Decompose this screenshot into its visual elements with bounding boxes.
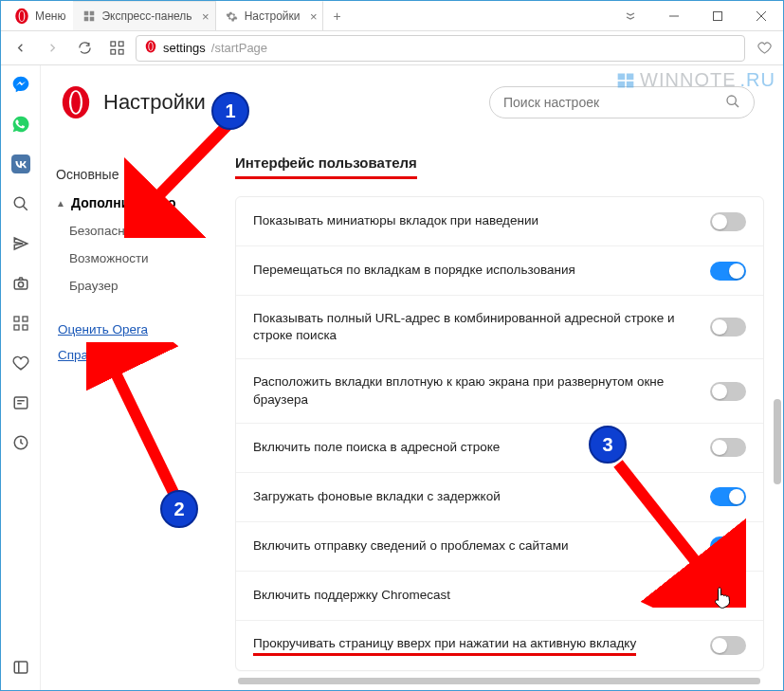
tab-label: Экспресс-панель [101, 9, 191, 23]
sidebar-item-basic[interactable]: Основные [56, 160, 216, 189]
section-title: Интерфейс пользователя [235, 149, 417, 179]
tab-settings[interactable]: Настройки × [216, 1, 324, 30]
toggle[interactable] [710, 636, 746, 655]
camera-icon[interactable] [11, 274, 30, 293]
setting-label: Показывать миниатюры вкладок при наведен… [253, 212, 710, 229]
sidebar-link-rate[interactable]: Оценить Opera [58, 317, 216, 342]
toggle[interactable] [710, 318, 746, 336]
annotation-circle-3: 3 [589, 426, 627, 464]
toggle[interactable] [710, 382, 746, 401]
settings-card: Показывать миниатюры вкладок при наведен… [235, 196, 764, 671]
svg-rect-38 [618, 73, 626, 80]
send-icon[interactable] [11, 234, 30, 253]
tab-express-panel[interactable]: Экспресс-панель × [73, 1, 215, 30]
setting-row: Показывать миниатюры вкладок при наведен… [236, 197, 763, 246]
setting-row: Включить отправку сведений о проблемах с… [236, 522, 763, 572]
svg-point-19 [14, 197, 25, 208]
svg-rect-11 [110, 42, 115, 46]
search-icon[interactable] [11, 194, 30, 213]
gear-icon [226, 9, 239, 23]
setting-row: Показывать полный URL-адрес в комбиниров… [236, 296, 763, 359]
vk-icon[interactable] [11, 155, 30, 173]
sidebar-item-label: Дополнительно [71, 195, 175, 210]
search-icon [725, 94, 740, 112]
setting-label: Включить отправку сведений о проблемах с… [253, 537, 710, 555]
back-button[interactable] [7, 35, 33, 62]
svg-rect-4 [90, 11, 95, 16]
svg-rect-25 [14, 325, 19, 330]
heart-icon[interactable] [11, 354, 30, 373]
cursor-pointer-icon [714, 587, 733, 609]
svg-rect-21 [14, 280, 27, 289]
address-subpath: /startPage [211, 41, 267, 55]
svg-rect-39 [627, 73, 634, 80]
svg-point-2 [20, 10, 25, 21]
settings-search[interactable] [489, 86, 755, 118]
watermark: WINNOTE.RU [615, 69, 775, 91]
bookmark-button[interactable] [751, 35, 777, 62]
toggle[interactable] [710, 536, 746, 555]
whatsapp-icon[interactable] [11, 115, 30, 134]
setting-label: Показывать полный URL-адрес в комбиниров… [253, 310, 710, 344]
close-button[interactable] [739, 1, 783, 31]
maximize-button[interactable] [696, 1, 739, 31]
svg-rect-12 [119, 42, 123, 46]
close-icon[interactable]: × [310, 9, 318, 24]
menu-button[interactable]: Меню [1, 1, 73, 30]
setting-label: Расположить вкладки вплотную к краю экра… [253, 373, 710, 408]
horizontal-scrollbar[interactable] [238, 678, 760, 684]
opera-logo-icon [60, 86, 92, 118]
chevrons-icon[interactable] [609, 1, 652, 31]
titlebar: Меню Экспресс-панель × Настройки × + [1, 1, 783, 31]
toggle[interactable] [710, 212, 746, 231]
new-tab-button[interactable]: + [323, 9, 350, 24]
windows-icon [615, 71, 636, 90]
svg-point-36 [727, 96, 736, 104]
svg-rect-23 [14, 317, 19, 321]
close-icon[interactable]: × [202, 9, 210, 24]
sidebar-item-browser[interactable]: Браузер [56, 272, 216, 300]
news-icon[interactable] [11, 393, 30, 412]
sidebar-item-label: Безопасность [69, 224, 151, 238]
messenger-icon[interactable] [11, 75, 30, 94]
toggle[interactable] [710, 438, 746, 457]
tab-label: Настройки [245, 9, 301, 23]
sidebar-item-label: Основные [56, 167, 119, 182]
annotation-circle-2: 2 [160, 490, 198, 528]
setting-label: Загружать фоновые вкладки с задержкой [253, 488, 710, 505]
speed-dial-button[interactable] [103, 35, 130, 62]
setting-row: Включить поле поиска в адресной строке [236, 424, 763, 473]
setting-row: Перемещаться по вкладкам в порядке испол… [236, 246, 763, 296]
search-input[interactable] [503, 95, 725, 110]
history-icon[interactable] [11, 433, 30, 452]
grid-icon[interactable] [11, 314, 30, 333]
reload-button[interactable] [71, 35, 98, 62]
svg-rect-40 [618, 81, 626, 87]
toggle[interactable] [710, 262, 746, 281]
svg-line-20 [23, 206, 27, 210]
window-controls [609, 1, 783, 31]
setting-row: Загружать фоновые вкладки с задержкой [236, 473, 763, 522]
opera-icon [144, 40, 157, 56]
svg-rect-3 [84, 11, 89, 16]
minimize-button[interactable] [652, 1, 696, 31]
sidebar-toggle-icon[interactable] [11, 658, 30, 677]
forward-button[interactable] [39, 35, 65, 62]
setting-row: Включить поддержку Chromecast [236, 572, 763, 621]
svg-rect-24 [23, 317, 27, 321]
svg-rect-13 [110, 49, 115, 54]
sidebar-item-features[interactable]: Возможности [56, 245, 216, 272]
address-bar[interactable]: settings/startPage [136, 35, 745, 62]
sidebar-link-help[interactable]: Справка Opera [58, 342, 216, 368]
svg-point-17 [149, 43, 153, 50]
svg-rect-8 [714, 11, 722, 20]
scrollbar[interactable] [774, 399, 781, 484]
setting-row: Прокручивать страницу вверх при нажатии … [236, 621, 763, 670]
svg-rect-14 [119, 49, 123, 54]
setting-row: Расположить вкладки вплотную к краю экра… [236, 359, 763, 423]
sidebar-item-advanced[interactable]: ▲ Дополнительно [56, 189, 216, 217]
svg-point-22 [18, 282, 23, 287]
toggle[interactable] [710, 487, 746, 506]
svg-rect-31 [14, 662, 27, 673]
sidebar-item-security[interactable]: Безопасность [56, 217, 216, 245]
